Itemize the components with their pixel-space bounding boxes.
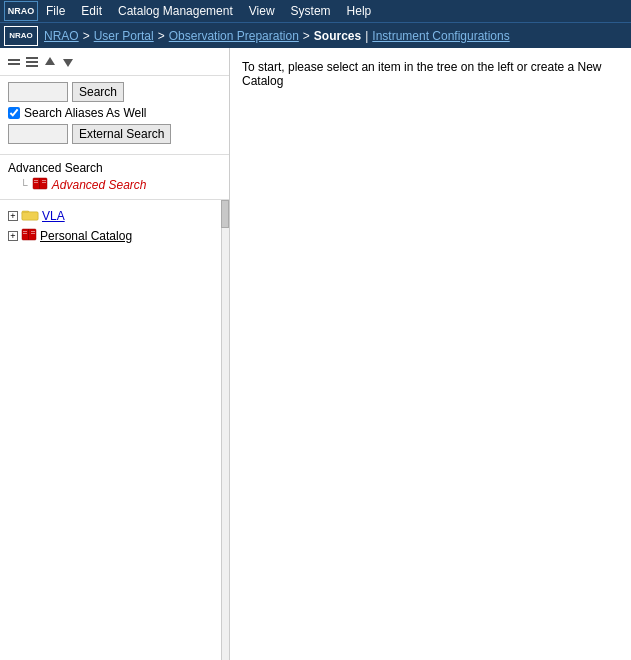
main-layout: Search Search Aliases As Well External S… <box>0 48 631 660</box>
svg-rect-3 <box>26 61 38 63</box>
icon-down[interactable] <box>60 54 76 70</box>
breadcrumb-sep-2: > <box>158 29 165 43</box>
svg-rect-20 <box>23 233 27 234</box>
tree-label-personal-catalog[interactable]: Personal Catalog <box>40 229 132 243</box>
breadcrumb-bar: NRAO NRAO > User Portal > Observation Pr… <box>0 22 631 48</box>
svg-rect-4 <box>26 65 38 67</box>
scrollbar-track[interactable] <box>221 200 229 660</box>
svg-rect-18 <box>28 229 29 240</box>
menubar: NRAO File Edit Catalog Management View S… <box>0 0 631 22</box>
svg-rect-11 <box>42 180 46 181</box>
svg-rect-0 <box>8 59 20 61</box>
svg-rect-12 <box>42 182 46 183</box>
logo-small: NRAO <box>4 26 38 46</box>
tree-section: + VLA + <box>0 200 229 252</box>
breadcrumb-nrao[interactable]: NRAO <box>44 29 79 43</box>
menu-file[interactable]: File <box>38 2 73 20</box>
svg-rect-19 <box>23 231 27 232</box>
svg-rect-16 <box>22 211 28 213</box>
right-panel: To start, please select an item in the t… <box>230 48 631 660</box>
search-row: Search <box>8 82 221 102</box>
tree-expander-vla[interactable]: + <box>8 211 18 221</box>
tree-item-vla[interactable]: + VLA <box>4 206 217 226</box>
breadcrumb-obs-prep[interactable]: Observation Preparation <box>169 29 299 43</box>
svg-rect-2 <box>26 57 38 59</box>
menu-help[interactable]: Help <box>339 2 380 20</box>
search-aliases-label: Search Aliases As Well <box>24 106 147 120</box>
icon-collapse[interactable] <box>6 54 22 70</box>
menu-view[interactable]: View <box>241 2 283 20</box>
toolbar-icons <box>0 48 229 76</box>
advanced-search-tree-label[interactable]: Advanced Search <box>52 178 147 192</box>
svg-rect-1 <box>8 63 20 65</box>
breadcrumb-pipe: | <box>365 29 368 43</box>
icon-up[interactable] <box>42 54 58 70</box>
svg-rect-9 <box>34 180 38 181</box>
ext-search-button[interactable]: External Search <box>72 124 171 144</box>
ext-search-row: External Search <box>8 124 221 144</box>
svg-rect-8 <box>39 178 40 189</box>
search-input[interactable] <box>8 82 68 102</box>
book-icon-catalog <box>21 228 37 244</box>
search-section: Search Search Aliases As Well External S… <box>0 76 229 155</box>
tree-indent-icon: └ <box>20 179 28 191</box>
advanced-search-tree-item: └ Advanced Search <box>8 177 221 193</box>
tree-item-personal-catalog[interactable]: + Personal Catalog <box>4 226 217 246</box>
svg-rect-15 <box>22 212 38 220</box>
menu-system[interactable]: System <box>283 2 339 20</box>
left-panel-scrollable: + VLA + <box>0 200 229 660</box>
tree-expander-personal-catalog[interactable]: + <box>8 231 18 241</box>
svg-rect-10 <box>34 182 38 183</box>
breadcrumb-sep-1: > <box>83 29 90 43</box>
icon-expand[interactable] <box>24 54 40 70</box>
breadcrumb-sep-3: > <box>303 29 310 43</box>
folder-icon-vla <box>21 208 39 224</box>
nrao-logo: NRAO <box>4 1 38 21</box>
svg-marker-6 <box>63 59 73 67</box>
book-icon-red <box>32 177 48 193</box>
checkbox-row: Search Aliases As Well <box>8 106 221 120</box>
ext-search-input[interactable] <box>8 124 68 144</box>
breadcrumb-instrument-configs[interactable]: Instrument Configurations <box>372 29 509 43</box>
search-button[interactable]: Search <box>72 82 124 102</box>
menu-edit[interactable]: Edit <box>73 2 110 20</box>
svg-marker-5 <box>45 57 55 65</box>
search-aliases-checkbox[interactable] <box>8 107 20 119</box>
breadcrumb-user-portal[interactable]: User Portal <box>94 29 154 43</box>
svg-rect-22 <box>31 233 35 234</box>
info-text: To start, please select an item in the t… <box>242 60 619 88</box>
breadcrumb-sources: Sources <box>314 29 361 43</box>
menu-catalog-management[interactable]: Catalog Management <box>110 2 241 20</box>
scrollbar-thumb[interactable] <box>221 200 229 228</box>
svg-rect-21 <box>31 231 35 232</box>
tree-label-vla[interactable]: VLA <box>42 209 65 223</box>
left-panel: Search Search Aliases As Well External S… <box>0 48 230 660</box>
advanced-search-link[interactable]: Advanced Search <box>8 161 103 175</box>
advanced-section: Advanced Search └ Advanced Search <box>0 155 229 200</box>
